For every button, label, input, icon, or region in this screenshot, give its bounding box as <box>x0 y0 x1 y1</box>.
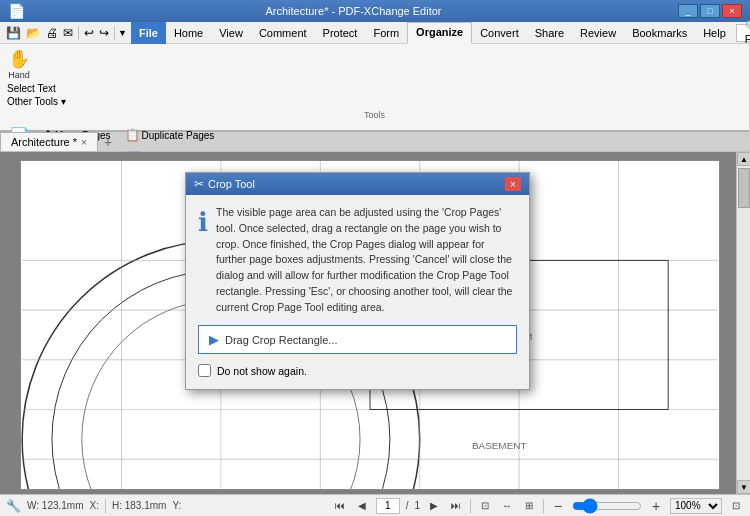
ribbon: ✋ Hand Select Text Other Tools ▾ Tools 📄… <box>0 44 750 132</box>
nav-first-button[interactable]: ⏮ <box>332 498 348 514</box>
new-tab-button[interactable]: + <box>98 132 118 151</box>
qa-open[interactable]: 📂 <box>24 26 43 40</box>
qa-save[interactable]: 💾 <box>4 26 23 40</box>
qa-print[interactable]: 🖨 <box>44 26 60 40</box>
do-not-show-checkbox[interactable] <box>198 364 211 377</box>
doc-tab[interactable]: Architecture * × <box>0 132 98 151</box>
status-bar: 🔧 W: 123.1mm X: H: 183.1mm Y: ⏮ ◀ / 1 ▶ … <box>0 494 750 516</box>
doc-tab-close[interactable]: × <box>81 137 87 148</box>
canvas-area: LIVING ROOM BASEMENT 123.1mm ✂ Crop Tool… <box>0 152 750 494</box>
page-input[interactable] <box>376 498 400 514</box>
crop-dialog-titlebar: ✂ Crop Tool × <box>186 173 529 195</box>
do-not-show-row: Do not show again. <box>198 362 517 379</box>
y-label: Y: <box>172 500 181 511</box>
crop-dialog: ✂ Crop Tool × ℹ The visible page area ca… <box>185 172 530 390</box>
crop-dialog-title: Crop Tool <box>208 178 255 190</box>
zoom-in-button[interactable]: + <box>648 498 664 514</box>
page-sep: / <box>406 500 409 511</box>
nav-prev-button[interactable]: ◀ <box>354 498 370 514</box>
menu-item-view[interactable]: View <box>211 22 251 44</box>
other-tools-button[interactable]: Other Tools ▾ <box>4 95 69 108</box>
zoom-slider[interactable] <box>572 500 642 512</box>
menu-item-comment[interactable]: Comment <box>251 22 315 44</box>
hand-tool-button[interactable]: ✋ Hand <box>4 46 34 82</box>
menu-item-review[interactable]: Review <box>572 22 624 44</box>
do-not-show-label: Do not show again. <box>217 365 307 377</box>
menu-item-help[interactable]: Help <box>695 22 734 44</box>
view-mode-button[interactable]: ⊡ <box>728 498 744 514</box>
crop-dialog-icon: ✂ <box>194 177 204 191</box>
select-text-button[interactable]: Select Text <box>4 82 59 95</box>
zoom-select[interactable]: 100% 75% 50% 150% 200% <box>670 498 722 514</box>
drag-crop-rectangle-button[interactable]: ▶ Drag Crop Rectangle... <box>198 325 517 354</box>
page-total: 1 <box>414 500 420 511</box>
tool-icon: 🔧 <box>6 499 21 513</box>
crop-dialog-body: ℹ The visible page area can be adjusted … <box>186 195 529 389</box>
zoom-out-button[interactable]: − <box>550 498 566 514</box>
menu-item-file[interactable]: File <box>131 22 166 44</box>
qa-undo[interactable]: ↩ <box>82 26 96 40</box>
qa-email[interactable]: ✉ <box>61 26 75 40</box>
vertical-scrollbar: ▲ ▼ <box>736 152 750 494</box>
drag-btn-arrow: ▶ <box>209 332 219 347</box>
app-title: Architecture* - PDF-XChange Editor <box>265 5 441 17</box>
nav-next-button[interactable]: ▶ <box>426 498 442 514</box>
svg-text:BASEMENT: BASEMENT <box>472 440 527 451</box>
crop-dialog-close-button[interactable]: × <box>505 177 521 191</box>
menu-item-share[interactable]: Share <box>527 22 572 44</box>
window-controls: _ □ × <box>678 4 742 18</box>
menu-item-bookmarks[interactable]: Bookmarks <box>624 22 695 44</box>
drag-btn-label: Drag Crop Rectangle... <box>225 334 338 346</box>
menu-item-organize[interactable]: Organize <box>407 22 472 44</box>
menu-item-home[interactable]: Home <box>166 22 211 44</box>
fit-width-button[interactable]: ↔ <box>499 498 515 514</box>
ribbon-group-tools: ✋ Hand Select Text Other Tools ▾ Tools <box>0 44 750 122</box>
scrollbar-thumb[interactable] <box>738 168 750 208</box>
info-icon: ℹ <box>198 205 208 315</box>
title-bar: 📄 Architecture* - PDF-XChange Editor _ □… <box>0 0 750 22</box>
qa-redo[interactable]: ↪ <box>97 26 111 40</box>
fit-page-button[interactable]: ⊡ <box>477 498 493 514</box>
maximize-button[interactable]: □ <box>700 4 720 18</box>
close-button[interactable]: × <box>722 4 742 18</box>
menu-item-convert[interactable]: Convert <box>472 22 527 44</box>
height-label: H: 183.1mm <box>112 500 166 511</box>
minimize-button[interactable]: _ <box>678 4 698 18</box>
find-button[interactable]: 🔍 Find... <box>736 24 750 42</box>
menu-item-form[interactable]: Form <box>365 22 407 44</box>
fit-selection-button[interactable]: ⊞ <box>521 498 537 514</box>
x-label: X: <box>90 500 99 511</box>
ribbon-group-tools-label: Tools <box>4 108 745 120</box>
menu-bar: 💾 📂 🖨 ✉ ↩ ↪ ▼ File Home View Comment Pro… <box>0 22 750 44</box>
qa-chevron[interactable]: ▼ <box>118 28 127 38</box>
menu-item-protect[interactable]: Protect <box>315 22 366 44</box>
width-label: W: 123.1mm <box>27 500 84 511</box>
info-text: The visible page area can be adjusted us… <box>216 205 517 315</box>
duplicate-pages-button[interactable]: 📋 Duplicate Pages <box>122 127 218 143</box>
doc-tab-name: Architecture * <box>11 136 77 148</box>
scrollbar-up-arrow[interactable]: ▲ <box>737 152 750 166</box>
scrollbar-down-arrow[interactable]: ▼ <box>737 480 750 494</box>
nav-last-button[interactable]: ⏭ <box>448 498 464 514</box>
